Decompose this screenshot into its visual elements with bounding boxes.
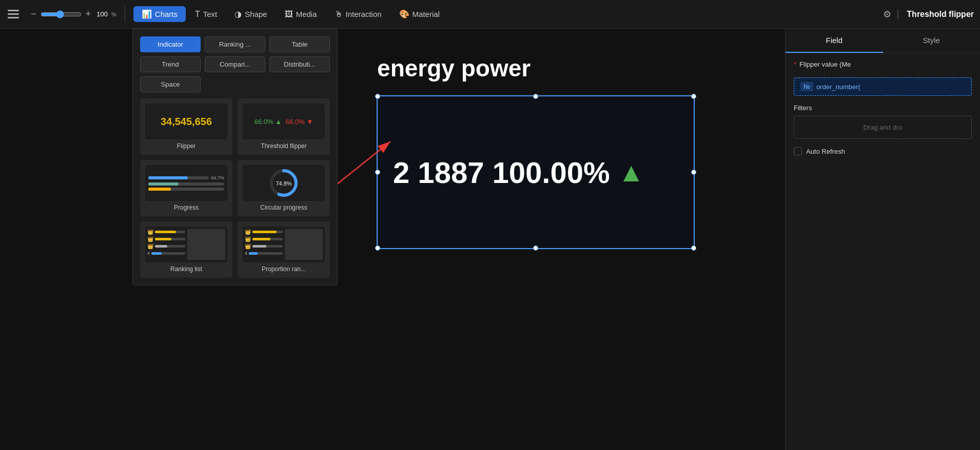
material-icon: 🎨 [399,9,409,19]
gear-icon[interactable]: ⚙ [883,9,891,20]
handle-bl[interactable] [375,246,380,251]
chart-type-grid: Indicator Ranking ... Table Trend Compar… [140,36,330,92]
handle-tl[interactable] [375,94,380,99]
tab-text[interactable]: T Text [187,7,225,22]
chart-title: energy power [377,54,531,82]
chart-type-indicator[interactable]: Indicator [140,36,201,52]
nav-tabs: 📊 Charts T Text ◑ Shape 🖼 Media 🖱 Intera… [133,6,879,22]
charts-icon: 📊 [142,9,152,19]
canvas-title-text: energy power [377,55,531,81]
zoom-minus-button[interactable]: − [29,8,38,21]
tab-media-label: Media [296,10,317,18]
interaction-icon: 🖱 [335,10,343,19]
zoom-slider[interactable] [41,10,82,18]
chart-card-threshold-flipper[interactable]: 66.0% ▲ 66.0% ▼ Threshold flipper [238,98,330,155]
threshold-flipper-label: Threshold flipper [261,142,306,150]
zoom-percent: % [111,11,116,17]
right-panel-header: Field Style [786,29,980,53]
widget-arrow-icon: ▲ [618,157,644,188]
drag-drop-label: Drag and dro [864,124,903,131]
tab-material[interactable]: 🎨 Material [391,6,448,22]
text-icon: T [195,10,200,19]
handle-br[interactable] [691,246,696,251]
field-value: order_number( [816,83,860,91]
tab-interaction[interactable]: 🖱 Interaction [326,7,390,22]
flipper-preview: 34,545,656 [145,104,227,139]
filters-label: Filters [786,104,980,116]
tab-interaction-label: Interaction [346,10,382,18]
chart-card-proportion-ranking[interactable]: 👑 👑 👑 4 Proportion ran... [238,221,330,278]
canvas-area: energy power 2 1887 100.00% ▲ [0,29,785,450]
circular-progress-label: Circular progress [260,204,307,211]
chart-card-circular-progress[interactable]: 74.8% Circular progress [238,160,330,216]
toolbar-left [6,7,21,22]
chart-type-distribution[interactable]: Distributi... [269,56,330,72]
tab-media[interactable]: 🖼 Media [277,7,325,22]
toolbar-divider [125,6,125,23]
widget-number: 2 1887 100.00% [393,155,610,190]
layers-icon[interactable] [6,7,21,22]
tab-text-label: Text [203,10,218,18]
chart-type-ranking[interactable]: Ranking ... [205,36,265,52]
flipper-value-section: * Flipper value (Me [786,53,980,75]
proportion-ranking-preview: 👑 👑 👑 4 [243,227,325,262]
tab-charts-label: Charts [155,10,178,18]
filters-drop-zone[interactable]: Drag and dro [794,116,972,139]
right-panel: Field Style * Flipper value (Me № order_… [785,29,980,450]
handle-mr[interactable] [691,170,696,175]
right-panel-tab-field[interactable]: Field [786,29,883,53]
tab-shape[interactable]: ◑ Shape [226,6,275,22]
zoom-plus-button[interactable]: + [84,8,93,21]
chart-card-progress[interactable]: 64.7% Progress [140,160,232,216]
progress-label: Progress [174,204,199,211]
tab-charts[interactable]: 📊 Charts [133,6,186,22]
chart-panel: Indicator Ranking ... Table Trend Compar… [132,29,338,285]
chart-type-comparison[interactable]: Compari... [205,56,265,72]
threshold-flipper-preview: 66.0% ▲ 66.0% ▼ [243,104,325,139]
chart-card-ranking-list[interactable]: 👑 👑 👑 4 Ranking list [140,221,232,278]
shape-icon: ◑ [234,9,242,19]
ranking-list-label: Ranking list [170,265,202,273]
field-input[interactable]: № order_number( [794,77,972,96]
svg-text:74.8%: 74.8% [276,180,291,187]
chart-card-flipper[interactable]: 34,545,656 Flipper [140,98,232,155]
handle-ml[interactable] [375,170,380,175]
tab-shape-label: Shape [245,10,267,18]
required-star: * [794,60,796,68]
widget-value: 2 1887 100.00% ▲ [393,155,644,190]
right-panel-tab-style[interactable]: Style [883,29,981,53]
threshold-red-value: 66.0% ▼ [286,118,313,126]
flipper-value-label: Flipper value (Me [799,60,851,68]
threshold-green-value: 66.0% ▲ [254,118,282,126]
flipper-label: Flipper [177,142,196,150]
circular-progress-preview: 74.8% [243,165,325,201]
media-icon: 🖼 [285,10,293,19]
zoom-value: 100 [95,10,109,18]
handle-tc[interactable] [533,94,538,99]
flipper-number: 34,545,656 [161,116,212,128]
auto-refresh-checkbox[interactable] [794,147,802,155]
chart-widget[interactable]: 2 1887 100.00% ▲ [377,95,695,249]
auto-refresh-label: Auto Refresh [806,148,845,155]
ranking-list-preview: 👑 👑 👑 4 [145,227,227,262]
progress-preview-box: 64.7% [145,165,227,201]
toolbar-right: ⚙ Threshold flipper [883,9,974,20]
field-tag: № [800,82,813,91]
auto-refresh-row: Auto Refresh [794,147,972,155]
tab-material-label: Material [413,10,440,18]
chart-type-space[interactable]: Space [140,76,201,92]
toolbar: − + 100 % 📊 Charts T Text ◑ Shape 🖼 Medi… [0,0,980,29]
chart-type-table[interactable]: Table [269,36,330,52]
page-title: Threshold flipper [897,10,974,19]
chart-type-trend[interactable]: Trend [140,56,201,72]
handle-bc[interactable] [533,246,538,251]
zoom-control: − + 100 % [29,8,116,21]
handle-tr[interactable] [691,94,696,99]
chart-cards: 34,545,656 Flipper 66.0% ▲ 66.0% ▼ Thres… [140,98,330,278]
proportion-ranking-label: Proportion ran... [262,265,306,273]
